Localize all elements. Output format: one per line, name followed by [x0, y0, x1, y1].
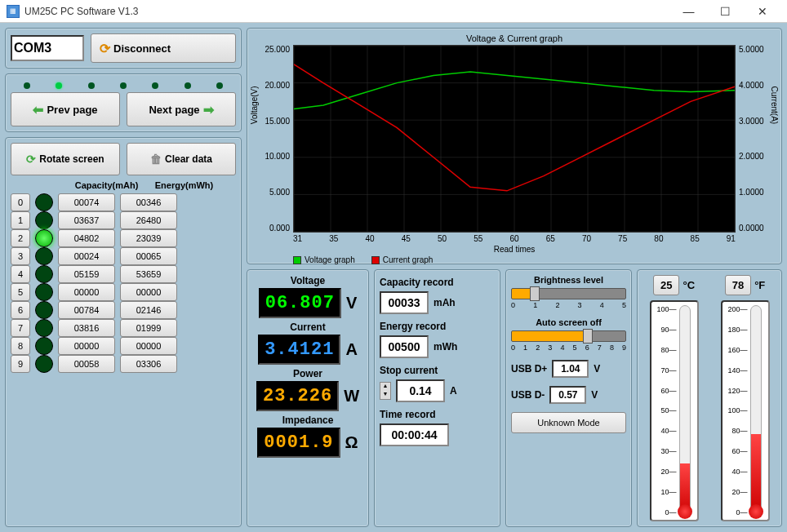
impedance-label: Impedance — [252, 415, 363, 426]
record-panel: Capacity record 00033mAh Energy record 0… — [374, 269, 500, 527]
row-index-button[interactable]: 7 — [11, 319, 30, 337]
usb-dm-label: USB D- — [511, 389, 545, 401]
temp-f-value: 78 — [725, 275, 751, 295]
table-row: 7 03816 01999 — [11, 319, 236, 337]
energy-value: 23039 — [120, 229, 177, 247]
table-row: 8 00000 00000 — [11, 337, 236, 355]
stop-current-spinner[interactable]: ▲▼ — [380, 382, 391, 400]
row-index-button[interactable]: 0 — [11, 193, 30, 211]
y-axis-left: 25.00020.00015.00010.0005.0000.000 — [252, 45, 293, 233]
capacity-value: 00074 — [58, 193, 115, 211]
row-index-button[interactable]: 6 — [11, 301, 30, 319]
energy-value: 26480 — [120, 211, 177, 229]
row-led — [35, 247, 53, 265]
row-led — [35, 301, 53, 319]
usb-dp-value: 1.04 — [552, 360, 589, 378]
x-axis-label: Read times — [252, 245, 776, 254]
table-row: 4 05159 53659 — [11, 265, 236, 283]
energy-record-label: Energy record — [380, 321, 495, 332]
app-icon: ▦ — [7, 5, 20, 18]
thermometer-c: 100—90—80—70—60—50—40—30—20—10—0— — [650, 300, 699, 521]
row-index-button[interactable]: 2 — [11, 229, 30, 247]
row-index-button[interactable]: 9 — [11, 355, 30, 373]
clear-icon: 🗑 — [150, 153, 162, 166]
minimize-button[interactable]: — — [670, 1, 707, 22]
mode-button[interactable]: Unknown Mode — [511, 412, 626, 433]
energy-value: 00000 — [120, 283, 177, 301]
row-led — [35, 193, 53, 211]
connection-panel: ⟳ Disconnect — [5, 28, 242, 69]
capacity-value: 00000 — [58, 283, 115, 301]
table-row: 1 03637 26480 — [11, 211, 236, 229]
current-label: Current — [252, 321, 363, 333]
capacity-value: 03637 — [58, 211, 115, 229]
capacity-value: 00058 — [58, 355, 115, 373]
capacity-record-label: Capacity record — [380, 277, 495, 288]
chart-plot — [293, 45, 736, 233]
arrow-left-icon: ⬅ — [33, 102, 43, 117]
com-port-select[interactable] — [11, 35, 84, 61]
table-row: 3 00024 00065 — [11, 247, 236, 265]
capacity-value: 00000 — [58, 337, 115, 355]
control-panel: Brightness level 012345 Auto screen off … — [505, 269, 632, 527]
thermometer-panel: 25 °C 100—90—80—70—60—50—40—30—20—10—0— … — [637, 269, 782, 527]
brightness-slider[interactable] — [511, 288, 626, 299]
usb-dm-value: 0.57 — [549, 386, 586, 404]
auto-off-slider[interactable] — [511, 330, 626, 342]
energy-value: 03306 — [120, 355, 177, 373]
energy-header: Energy(mWh) — [145, 180, 223, 190]
maximize-button[interactable]: ☐ — [707, 1, 744, 22]
energy-record-value: 00500 — [380, 335, 429, 358]
capacity-record-value: 00033 — [380, 291, 429, 314]
titlebar: ▦ UM25C PC Software V1.3 — ☐ ✕ — [0, 0, 787, 23]
capacity-value: 03816 — [58, 319, 115, 337]
capacity-value: 04802 — [58, 229, 115, 247]
table-row: 9 00058 03306 — [11, 355, 236, 373]
row-index-button[interactable]: 1 — [11, 211, 30, 229]
capacity-value: 00024 — [58, 247, 115, 265]
rotate-screen-button[interactable]: ⟳ Rotate screen — [11, 143, 120, 175]
row-index-button[interactable]: 3 — [11, 247, 30, 265]
y-axis-left-label: Voltage(V) — [250, 86, 259, 124]
table-row: 2 04802 23039 — [11, 229, 236, 247]
clear-data-button[interactable]: 🗑 Clear data — [127, 143, 236, 175]
voltage-label: Voltage — [252, 275, 363, 286]
row-index-button[interactable]: 5 — [11, 283, 30, 301]
energy-value: 00000 — [120, 337, 177, 355]
row-index-button[interactable]: 8 — [11, 337, 30, 355]
row-led — [35, 265, 53, 283]
current-display: 3.4121 — [258, 335, 340, 365]
capacity-header: Capacity(mAh) — [68, 180, 145, 190]
time-record-label: Time record — [380, 409, 495, 420]
rotate-icon: ⟳ — [26, 153, 36, 166]
stop-current-label: Stop current — [380, 365, 495, 376]
row-led — [35, 211, 53, 229]
next-page-button[interactable]: Next page ➡ — [127, 92, 236, 126]
energy-value: 01999 — [120, 319, 177, 337]
stop-current-value[interactable]: 0.14 — [396, 379, 445, 402]
close-button[interactable]: ✕ — [744, 1, 780, 22]
y-axis-right: 5.00004.00003.00002.00001.00000.0000 — [736, 45, 776, 233]
nav-panel: ⬅ Prev page Next page ➡ — [5, 73, 242, 132]
x-axis: 31354045505560657075808591 — [293, 234, 736, 243]
power-label: Power — [252, 368, 363, 379]
prev-page-button[interactable]: ⬅ Prev page — [11, 92, 120, 126]
disconnect-button[interactable]: ⟳ Disconnect — [91, 33, 236, 63]
energy-value: 02146 — [120, 301, 177, 319]
disconnect-icon: ⟳ — [100, 41, 110, 56]
voltage-display: 06.807 — [259, 288, 341, 318]
impedance-display: 0001.9 — [257, 428, 340, 458]
chart-panel: Voltage & Current graph Voltage(V) 25.00… — [247, 28, 782, 264]
window-title: UM25C PC Software V1.3 — [24, 6, 670, 17]
power-display: 23.226 — [256, 381, 339, 411]
usb-dp-label: USB D+ — [511, 363, 547, 375]
chart-title: Voltage & Current graph — [252, 33, 776, 43]
time-record-value: 00:00:44 — [380, 423, 449, 446]
row-index-button[interactable]: 4 — [11, 265, 30, 283]
y-axis-right-label: Current(A) — [771, 86, 780, 124]
energy-value: 53659 — [120, 265, 177, 283]
auto-off-label: Auto screen off — [511, 317, 626, 327]
page-leds — [11, 79, 236, 92]
capacity-value: 05159 — [58, 265, 115, 283]
arrow-right-icon: ➡ — [203, 102, 214, 117]
